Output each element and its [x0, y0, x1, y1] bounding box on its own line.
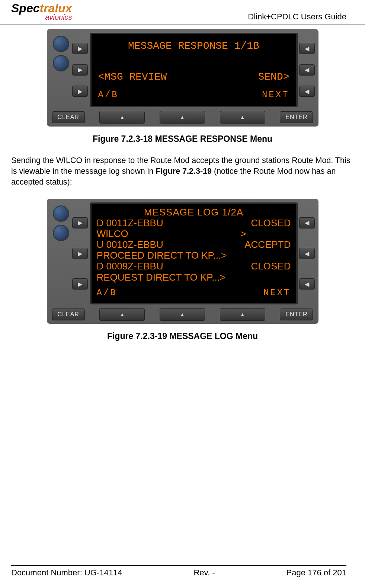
log-line-6-left: REQUEST DIRECT TO KP...>: [97, 272, 226, 283]
enter-button-2[interactable]: ENTER: [280, 309, 313, 320]
figure-caption-2: Figure 7.2.3-19 MESSAGE LOG Menu: [11, 331, 354, 341]
bottom-knob[interactable]: [53, 225, 69, 241]
triangle-right-icon: ▶: [78, 88, 82, 95]
send-label: SEND>: [258, 70, 289, 83]
screen-title: MESSAGE RESPONSE 1/1B: [98, 39, 289, 52]
figure-ref: Figure 7.2.3-19: [156, 167, 212, 176]
triangle-up-icon: ▲: [180, 311, 185, 317]
lsk-left-1[interactable]: ▶: [72, 43, 88, 54]
lsk-right-2[interactable]: ◀: [299, 248, 315, 259]
triangle-right-icon: ▶: [78, 66, 82, 73]
triangle-left-icon: ◀: [305, 45, 309, 52]
lsk-left-2[interactable]: ▶: [72, 64, 88, 76]
left-lsk-column: ▶ ▶ ▶: [72, 202, 89, 305]
lsk-right-3[interactable]: ◀: [299, 86, 315, 97]
clear-button[interactable]: CLEAR: [52, 111, 85, 123]
ab-label: A/B: [98, 89, 119, 100]
logo-sub: avionics: [45, 13, 72, 22]
footer-rev: Rev. -: [193, 568, 215, 578]
footer-doc-label: Document Number:: [11, 568, 84, 577]
ab-label-2: A/B: [97, 288, 117, 298]
rocker-1b[interactable]: ▲: [99, 308, 145, 321]
logo-main: Spectralux: [11, 3, 72, 14]
mcdu-device-1: ▶ ▶ ▶ MESSAGE RESPONSE 1/1B <MSG REVIEW …: [47, 29, 318, 127]
lsk-left-1[interactable]: ▶: [72, 217, 88, 229]
triangle-up-icon: ▲: [240, 114, 245, 120]
triangle-up-icon: ▲: [180, 114, 185, 120]
bottom-knob[interactable]: [53, 55, 69, 71]
log-line-4-left: PROCEED DIRECT TO KP...>: [97, 250, 227, 261]
clear-button-2[interactable]: CLEAR: [52, 309, 85, 320]
triangle-left-icon: ◀: [305, 219, 309, 226]
log-line-5-left: D 0009Z-EBBU: [97, 261, 163, 272]
log-line-3-left: U 0010Z-EBBU: [97, 239, 163, 250]
log-line-2-left: WILCO: [97, 229, 128, 239]
doc-title: Dlink+CPDLC Users Guide: [248, 12, 346, 22]
screen-title-2: MESSAGE LOG 1/2A: [97, 207, 291, 218]
footer-page: Page 176 of 201: [286, 568, 346, 578]
log-line-2-right: >: [240, 229, 291, 239]
triangle-right-icon: ▶: [78, 45, 82, 52]
left-lsk-column: ▶ ▶ ▶: [72, 33, 89, 107]
next-label: NEXT: [262, 89, 289, 100]
triangle-right-icon: ▶: [78, 281, 82, 288]
log-line-3-right: ACCEPTD: [244, 239, 291, 250]
enter-button[interactable]: ENTER: [280, 111, 313, 123]
rocker-2[interactable]: ▲: [160, 111, 205, 124]
logo: Spectralux avionics: [11, 3, 72, 22]
msg-review-label: <MSG REVIEW: [98, 70, 167, 83]
log-line-5-right: CLOSED: [251, 261, 291, 272]
triangle-left-icon: ◀: [305, 281, 309, 288]
lsk-right-1[interactable]: ◀: [299, 43, 315, 54]
top-knob[interactable]: [53, 205, 69, 222]
mcdu-screen-1: MESSAGE RESPONSE 1/1B <MSG REVIEW SEND> …: [90, 33, 298, 107]
triangle-right-icon: ▶: [78, 250, 82, 257]
figure-caption-1: Figure 7.2.3-18 MESSAGE RESPONSE Menu: [11, 134, 354, 144]
lsk-left-3[interactable]: ▶: [72, 278, 88, 290]
page-header: Spectralux avionics Dlink+CPDLC Users Gu…: [0, 0, 365, 25]
lsk-right-3[interactable]: ◀: [299, 278, 315, 290]
triangle-up-icon: ▲: [120, 311, 125, 317]
knob-column: [50, 33, 72, 107]
rocker-1[interactable]: ▲: [99, 111, 145, 124]
footer-left: Document Number: UG-14114: [11, 568, 122, 578]
log-line-1-left: D 0011Z-EBBU: [97, 218, 163, 229]
mcdu-screen-2: MESSAGE LOG 1/2A D 0011Z-EBBUCLOSED WILC…: [90, 202, 298, 305]
rocker-3[interactable]: ▲: [220, 111, 265, 124]
triangle-up-icon: ▲: [240, 311, 245, 317]
lsk-left-2[interactable]: ▶: [72, 248, 88, 259]
page-footer: Document Number: UG-14114 Rev. - Page 17…: [11, 565, 346, 578]
log-line-1-right: CLOSED: [251, 218, 291, 229]
knob-column: [50, 202, 72, 305]
triangle-left-icon: ◀: [305, 66, 309, 73]
triangle-left-icon: ◀: [305, 250, 309, 257]
rocker-3b[interactable]: ▲: [220, 308, 265, 321]
triangle-right-icon: ▶: [78, 219, 82, 226]
right-lsk-column: ◀ ◀ ◀: [299, 33, 316, 107]
lsk-right-2[interactable]: ◀: [299, 64, 315, 76]
rocker-2b[interactable]: ▲: [160, 308, 205, 321]
triangle-up-icon: ▲: [120, 114, 125, 120]
lsk-right-1[interactable]: ◀: [299, 217, 315, 229]
triangle-left-icon: ◀: [305, 88, 309, 95]
next-label-2: NEXT: [263, 288, 291, 298]
top-knob[interactable]: [53, 36, 69, 52]
body-paragraph: Sending the WILCO in response to the Rou…: [11, 155, 354, 188]
right-lsk-column: ◀ ◀ ◀: [299, 202, 316, 305]
lsk-left-3[interactable]: ▶: [72, 86, 88, 97]
footer-doc-value: UG-14114: [84, 568, 122, 577]
mcdu-device-2: ▶ ▶ ▶ MESSAGE LOG 1/2A D 0011Z-EBBUCLOSE…: [47, 199, 318, 324]
